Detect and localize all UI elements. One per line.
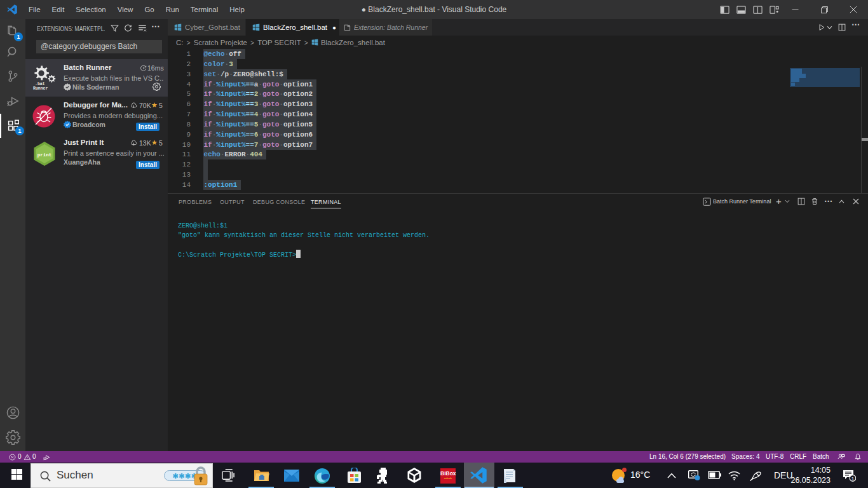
svg-text:Runner: Runner xyxy=(33,86,48,91)
svg-text:1: 1 xyxy=(851,476,855,482)
svg-text:print: print xyxy=(37,152,52,158)
svg-text:.bat: .bat xyxy=(35,82,45,86)
